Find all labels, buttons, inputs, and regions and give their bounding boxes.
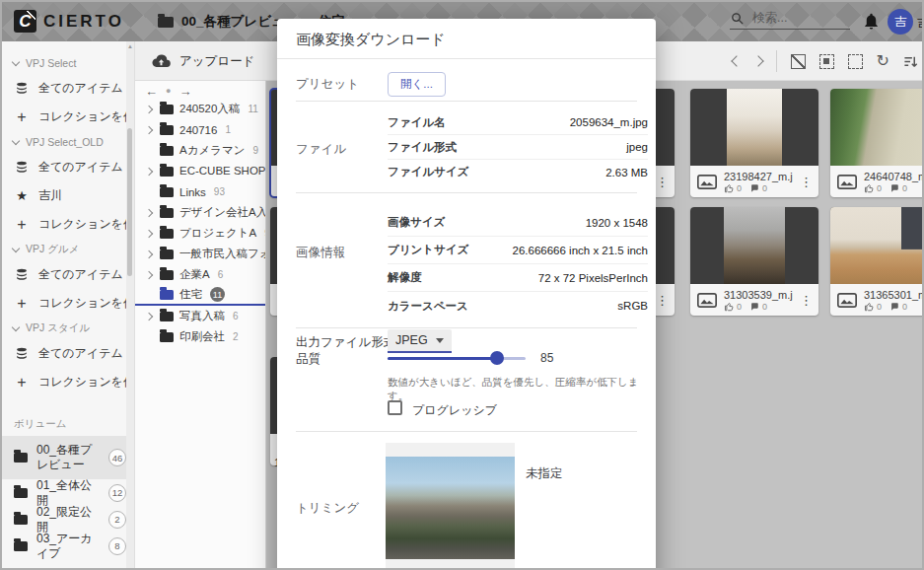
- row-key: ファイルサイズ: [388, 165, 605, 179]
- sort-icon[interactable]: [903, 54, 918, 69]
- expand-chevron-icon[interactable]: [145, 125, 153, 133]
- expand-chevron-icon[interactable]: [145, 208, 153, 216]
- like-icon[interactable]: [724, 302, 734, 312]
- preset-open-button[interactable]: 開く...: [388, 72, 446, 97]
- sidebar-item-create-collection[interactable]: + コレクションを作成: [2, 103, 134, 131]
- asset-filename: 24640748_m.jpg: [864, 171, 924, 182]
- like-icon[interactable]: [724, 183, 734, 193]
- tree-item-selected[interactable]: 住宅11: [135, 285, 265, 306]
- tree-item[interactable]: プロジェクトA9: [135, 223, 265, 244]
- tree-item[interactable]: デザイン会社A入稿先1: [135, 202, 265, 223]
- expand-chevron-icon[interactable]: [145, 312, 153, 320]
- tree-item[interactable]: Aカメラマン9: [135, 140, 265, 161]
- search-input[interactable]: [750, 10, 841, 26]
- folder-icon: [160, 167, 174, 177]
- card-menu-icon[interactable]: ⋮: [656, 175, 669, 189]
- row-key: ファイル名: [388, 115, 570, 130]
- tree-item-label: 240716: [179, 124, 217, 136]
- asset-card[interactable]: 23198427_m.jpg 0 0 ⋮: [690, 89, 818, 197]
- asset-card[interactable]: 31303539_m.jpg 0 0 ⋮: [690, 207, 818, 316]
- sidebar-section-vpj-gourmet[interactable]: VPJ グルメ: [2, 239, 134, 260]
- tree-item-count: 6: [233, 311, 239, 321]
- upload-button[interactable]: アップロード: [179, 53, 254, 70]
- previous-page-icon[interactable]: [731, 55, 742, 66]
- asset-stats: 0 0: [724, 302, 793, 312]
- back-arrow-icon[interactable]: ←: [145, 84, 158, 99]
- tree-item-count: 1: [225, 124, 231, 135]
- like-count: 0: [877, 302, 882, 312]
- scroll-up-icon[interactable]: ▲: [126, 43, 134, 49]
- comment-icon[interactable]: [889, 302, 899, 312]
- card-menu-icon[interactable]: ⋮: [656, 293, 669, 308]
- card-menu-icon[interactable]: ⋮: [800, 293, 813, 308]
- sidebar-item-create-collection[interactable]: + コレクションを作成: [2, 289, 134, 318]
- volume-item[interactable]: 02_限定公開 2: [2, 506, 134, 533]
- quality-value: 85: [540, 351, 553, 365]
- sidebar-section-vpj-select-old[interactable]: VPJ Select_OLD: [2, 131, 134, 153]
- sidebar-item-all-items[interactable]: 全てのアイテム: [2, 153, 134, 181]
- like-icon[interactable]: [864, 183, 874, 193]
- sidebar-item-all-items[interactable]: 全てのアイテム: [2, 74, 134, 103]
- scrollbar-thumb[interactable]: [127, 128, 132, 276]
- tree-item[interactable]: 240520入稿11: [135, 99, 265, 119]
- sidebar-scrollbar[interactable]: ▲: [126, 41, 134, 570]
- row-value: 26.666666 inch x 21.5 inch: [513, 245, 648, 256]
- tree-item[interactable]: 写真入稿6: [135, 306, 265, 326]
- tree-item[interactable]: 企業A6: [135, 264, 265, 285]
- sidebar-item-create-collection[interactable]: + コレクションを作成: [2, 368, 134, 396]
- progressive-checkbox[interactable]: [388, 400, 402, 415]
- asset-card[interactable]: 24640748_m.jpg 0 0 ⋮: [830, 89, 924, 197]
- volume-label: 01_全体公開: [36, 478, 100, 508]
- marquee-select-icon[interactable]: [848, 54, 863, 69]
- tree-item[interactable]: 2407161: [135, 119, 265, 140]
- volume-item-selected[interactable]: 00_各種プレビュー 46: [2, 436, 134, 479]
- select-inverse-icon[interactable]: [819, 54, 834, 69]
- sidebar-section-vpj-select[interactable]: VPJ Select: [2, 52, 134, 74]
- expand-chevron-icon[interactable]: [145, 105, 153, 112]
- expand-chevron-icon[interactable]: [145, 167, 153, 175]
- upload-cloud-icon[interactable]: [152, 54, 171, 68]
- left-sidebar: VPJ Select 全てのアイテム + コレクションを作成 VPJ Selec…: [2, 41, 135, 570]
- deselect-all-icon[interactable]: [791, 54, 806, 69]
- image-type-icon: [837, 293, 857, 308]
- tree-item-count: 9: [253, 145, 259, 156]
- comment-icon[interactable]: [749, 183, 759, 193]
- sidebar-item-favorite[interactable]: ★ 吉川: [2, 181, 134, 210]
- user-avatar[interactable]: 吉: [888, 9, 913, 35]
- volume-item[interactable]: 01_全体公開 12: [2, 479, 134, 506]
- image-type-icon: [697, 293, 717, 308]
- all-items-label: 全てのアイテム: [38, 80, 123, 97]
- sidebar-item-create-collection[interactable]: + コレクションを作成: [2, 210, 134, 239]
- asset-thumbnail: [690, 89, 818, 166]
- sidebar-item-all-items[interactable]: 全てのアイテム: [2, 339, 134, 368]
- expand-chevron-icon[interactable]: [145, 270, 153, 278]
- refresh-icon[interactable]: ↻: [877, 53, 889, 69]
- card-menu-icon[interactable]: ⋮: [800, 175, 813, 189]
- quality-slider-fill: [388, 357, 497, 360]
- info-row: プリントサイズ 26.666666 inch x 21.5 inch: [388, 237, 648, 264]
- tree-item[interactable]: 一般市民入稿フォルダ: [135, 244, 265, 264]
- comment-icon[interactable]: [889, 183, 899, 193]
- output-format-select[interactable]: JPEG: [388, 329, 452, 353]
- tree-item[interactable]: EC-CUBE SHOP _ 全頁: [135, 161, 265, 181]
- tree-item[interactable]: 印刷会社2: [135, 326, 265, 347]
- forward-arrow-icon[interactable]: →: [178, 84, 191, 99]
- expand-chevron-icon[interactable]: [145, 249, 153, 257]
- comment-icon[interactable]: [749, 302, 759, 312]
- quality-slider-thumb[interactable]: [490, 351, 504, 365]
- trimming-preview[interactable]: [386, 443, 515, 570]
- sidebar-section-vpj-style[interactable]: VPJ スタイル: [2, 318, 134, 339]
- volume-label: 00_各種プレビュー: [36, 443, 100, 472]
- notifications-bell-icon[interactable]: [862, 12, 881, 31]
- sidebar-item-all-items[interactable]: 全てのアイテム: [2, 260, 134, 289]
- count-badge: 12: [108, 484, 126, 502]
- asset-card[interactable]: 31365301_m.jpg 0 0 ⋮: [830, 207, 924, 316]
- expand-chevron-icon[interactable]: [145, 229, 153, 237]
- like-icon[interactable]: [864, 302, 874, 312]
- folder-icon: [160, 105, 174, 114]
- tree-item[interactable]: Links93: [135, 181, 265, 202]
- volume-item[interactable]: 03_アーカイブ 8: [2, 533, 134, 559]
- next-page-icon[interactable]: [752, 55, 763, 66]
- image-type-icon: [837, 175, 857, 189]
- app-logo[interactable]: C CIERTO: [14, 10, 124, 33]
